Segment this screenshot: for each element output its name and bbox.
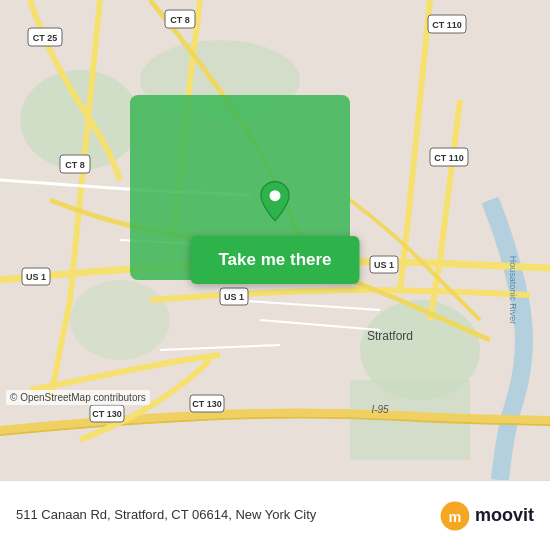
svg-text:CT 110: CT 110 (432, 20, 462, 30)
svg-text:CT 8: CT 8 (170, 15, 190, 25)
svg-text:m: m (449, 508, 462, 524)
svg-text:CT 110: CT 110 (434, 153, 464, 163)
address-text: 511 Canaan Rd, Stratford, CT 06614, New … (16, 506, 439, 524)
bottom-bar: 511 Canaan Rd, Stratford, CT 06614, New … (0, 480, 550, 550)
moovit-label: moovit (475, 505, 534, 526)
svg-text:CT 130: CT 130 (192, 399, 222, 409)
svg-text:Housatonic River: Housatonic River (508, 256, 518, 325)
svg-point-4 (70, 280, 170, 360)
map-pin (253, 180, 297, 228)
svg-text:CT 130: CT 130 (92, 409, 122, 419)
svg-text:CT 25: CT 25 (33, 33, 58, 43)
svg-text:CT 8: CT 8 (65, 160, 85, 170)
svg-point-36 (270, 190, 281, 201)
take-me-there-button[interactable]: Take me there (190, 236, 359, 284)
svg-text:US 1: US 1 (374, 260, 394, 270)
svg-text:I-95: I-95 (371, 404, 389, 415)
svg-text:US 1: US 1 (26, 272, 46, 282)
copyright-text: © OpenStreetMap contributors (6, 390, 150, 405)
map-container: CT 25 CT 8 CT 110 CT 8 CT 110 US 1 US 1 … (0, 0, 550, 480)
svg-text:US 1: US 1 (224, 292, 244, 302)
svg-text:Stratford: Stratford (367, 329, 413, 343)
moovit-logo[interactable]: m moovit (439, 500, 534, 532)
